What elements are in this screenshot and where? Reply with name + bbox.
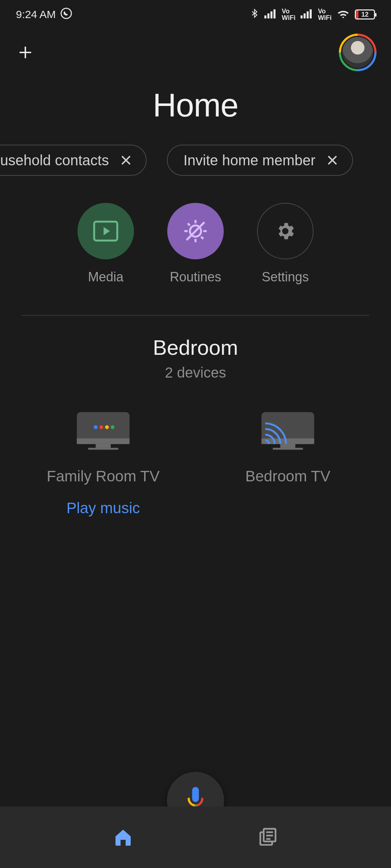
- bluetooth-icon: [250, 7, 259, 22]
- page-title: Home: [0, 87, 391, 124]
- room-subtitle: 2 devices: [0, 365, 391, 381]
- wifi-icon: [337, 8, 350, 21]
- settings-label: Settings: [262, 269, 309, 285]
- divider: [22, 315, 369, 316]
- svg-rect-14: [88, 448, 118, 450]
- home-icon: [113, 827, 133, 847]
- svg-point-15: [94, 425, 97, 429]
- chip-label: household contacts: [0, 152, 109, 169]
- svg-rect-2: [268, 13, 270, 18]
- status-bar: 9:24 AM VoWiFi VoWiFi 12: [0, 0, 391, 29]
- quick-action-settings[interactable]: Settings: [257, 203, 314, 285]
- battery-percent: 12: [356, 11, 374, 18]
- svg-rect-5: [300, 15, 303, 18]
- signal-icon-2: [300, 8, 313, 21]
- vowifi-label: VoWiFi: [282, 8, 295, 21]
- whatsapp-icon: [60, 7, 72, 22]
- signal-icon: [264, 8, 277, 21]
- svg-rect-8: [310, 9, 312, 18]
- device-grid: Family Room TV Play music Bedroom TV: [0, 408, 391, 517]
- account-avatar[interactable]: [339, 34, 377, 71]
- bottom-nav: [0, 807, 391, 868]
- device-bedroom-tv[interactable]: Bedroom TV: [226, 408, 349, 517]
- battery-icon: 12: [355, 9, 375, 20]
- suggestion-chips: household contacts Invite home member: [0, 144, 391, 177]
- quick-actions: Media Routines Settings: [0, 203, 391, 285]
- avatar-image: [341, 36, 374, 69]
- device-family-room-tv[interactable]: Family Room TV Play music: [42, 408, 165, 517]
- nav-home-button[interactable]: [110, 825, 136, 850]
- svg-rect-21: [280, 444, 295, 448]
- media-icon: [77, 203, 134, 259]
- device-label: Family Room TV: [47, 468, 160, 485]
- svg-rect-6: [304, 13, 306, 18]
- nav-feed-button[interactable]: [255, 825, 281, 850]
- svg-point-17: [105, 425, 109, 429]
- svg-rect-7: [307, 11, 309, 18]
- vowifi-label-2: VoWiFi: [318, 8, 332, 21]
- svg-rect-13: [96, 444, 111, 448]
- chip-invite-member[interactable]: Invite home member: [167, 145, 353, 176]
- svg-point-18: [111, 425, 114, 429]
- quick-action-media[interactable]: Media: [77, 203, 134, 285]
- svg-rect-23: [192, 787, 199, 802]
- chromecast-tv-icon: [259, 408, 317, 455]
- device-label: Bedroom TV: [245, 468, 331, 485]
- room-header[interactable]: Bedroom 2 devices: [0, 335, 391, 381]
- media-label: Media: [88, 269, 123, 285]
- svg-rect-1: [265, 15, 267, 18]
- feed-icon: [258, 827, 278, 847]
- room-name: Bedroom: [0, 335, 391, 359]
- svg-rect-22: [273, 448, 303, 450]
- routines-icon: [167, 203, 224, 259]
- svg-point-0: [61, 8, 71, 18]
- quick-action-routines[interactable]: Routines: [167, 203, 224, 285]
- routines-label: Routines: [170, 269, 221, 285]
- svg-rect-4: [274, 9, 276, 18]
- settings-icon: [257, 203, 314, 259]
- svg-point-16: [100, 425, 103, 429]
- chip-household-contacts[interactable]: household contacts: [0, 145, 147, 176]
- svg-rect-3: [270, 11, 273, 18]
- status-time: 9:24 AM: [16, 8, 56, 21]
- device-action-play-music[interactable]: Play music: [66, 499, 140, 517]
- app-header: [0, 29, 391, 76]
- add-button[interactable]: [14, 42, 36, 63]
- android-tv-icon: [74, 408, 132, 455]
- svg-rect-12: [77, 438, 130, 444]
- chip-label: Invite home member: [184, 152, 316, 169]
- close-icon[interactable]: [119, 153, 133, 167]
- close-icon[interactable]: [325, 153, 339, 167]
